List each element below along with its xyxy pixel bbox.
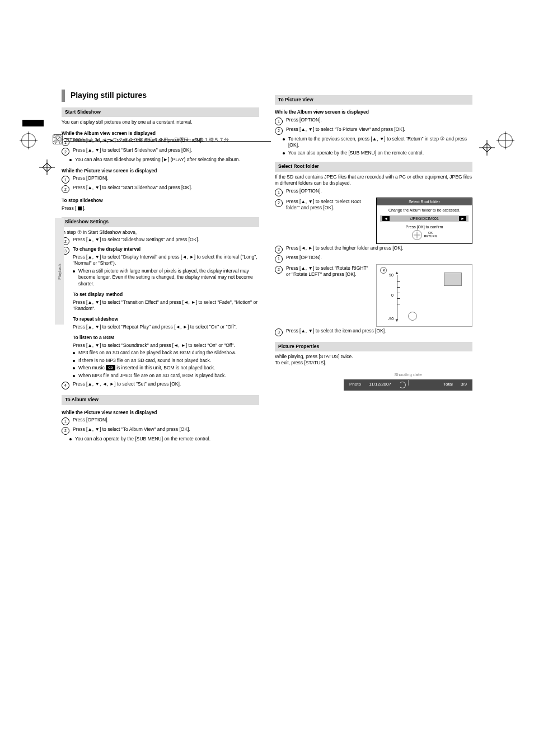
audio-bullet-4: When MP3 file and JPEG file are on an SD…: [73, 373, 259, 379]
step-text: Press [OPTION].: [73, 417, 259, 425]
step-text: Press [▲, ▼] to select "Rotate RIGHT" or…: [286, 265, 371, 278]
step-number-icon: 1: [62, 176, 69, 184]
chevron-left-icon: ◄: [382, 216, 390, 221]
side-tab-label: Playback: [58, 264, 62, 279]
audio-bullet-2: If there is no MP3 file on an SD card, s…: [73, 358, 259, 364]
strip-photo-label: Photo: [349, 382, 361, 388]
step-number-icon: 2: [275, 266, 283, 274]
scale-tick-icon: [397, 298, 400, 299]
step-number-icon: 1: [62, 138, 69, 146]
settings-step-4: 4 Press [▲, ▼, ◄, ►] to select "Set" and…: [62, 381, 259, 389]
topicture-lead: While the Album view screen is displayed: [275, 109, 472, 115]
step-number-icon: 1: [62, 417, 69, 425]
bullet-icon: [73, 352, 75, 354]
toalbum-bullet: You can also operate by the [SUB MENU] o…: [69, 436, 259, 442]
rotate-status-icon: [399, 382, 406, 388]
title-bar-icon: [62, 90, 65, 102]
rotate-step-3: 3 Press [▲, ▼] to select the item and pr…: [275, 328, 472, 336]
step-text: Press [▲, ▼] to select "To Picture View"…: [286, 126, 472, 135]
rotate-step-1: 1 Press [OPTION].: [275, 255, 472, 263]
rotate-figure: ⊘ 90 0 -90: [376, 264, 472, 327]
settings-step-3: 3 To change the display interval Press […: [62, 246, 259, 380]
dialog-confirm: Press [OK] to confirm OK RETURN: [377, 223, 472, 243]
toalbum-lead: While the Picture view screen is display…: [62, 410, 259, 416]
dialog-path-row: ◄ \JPEG\DCIM001 ►: [380, 215, 469, 222]
select-root-dialog: Select Root folder Change the Album fold…: [376, 198, 472, 244]
topicture-bullet-2: You can also operate by the [SUB MENU] o…: [283, 150, 472, 156]
interval-bullet: When a still picture with large number o…: [73, 268, 259, 287]
bullet-text: To return to the previous screen, press …: [288, 136, 472, 149]
bullet-icon: [73, 375, 75, 377]
step-text: Press [▲, ▼, ◄, ►] to select "Set" and p…: [73, 381, 259, 389]
step-number-icon: 2: [62, 185, 69, 193]
step-text: Press [OPTION].: [286, 255, 472, 263]
settings-step-2: 2 Press [▲, ▼] to select "Slideshow Sett…: [62, 237, 259, 245]
bullet-text: If there is no MP3 file on an SD card, s…: [78, 358, 259, 364]
crop-mark-icon: [39, 159, 55, 175]
shooting-date-label: Shooting date: [344, 372, 472, 378]
right-column: To Picture View While the Album view scr…: [275, 90, 472, 444]
section-slideshow-settings: Slideshow Settings: [62, 217, 259, 227]
page-title-text: Playing still pictures: [71, 91, 147, 100]
section-to-picture: To Picture View: [275, 95, 472, 105]
rotate-step-2: 2 Press [▲, ▼] to select "Rotate RIGHT" …: [275, 265, 371, 278]
step-text: Press [OPTION].: [73, 175, 259, 184]
section-picture-properties: Picture Properties: [275, 342, 472, 351]
step-number-icon: 1: [275, 189, 283, 196]
registration-mark-icon: [21, 133, 36, 148]
step-number-icon: 1: [275, 118, 283, 125]
strip-total-label: Total: [443, 382, 453, 388]
transition-text: Press [▲, ▼] to select "Transition Effec…: [73, 299, 259, 312]
audio-heading: To listen to a BGM: [73, 335, 259, 341]
section-select-root: Select Root folder: [275, 162, 472, 171]
selroot-step-2: 2 Press [▲, ▼] to select "Select Root fo…: [275, 199, 371, 212]
interval-heading: To change the display interval: [73, 246, 259, 252]
bullet-icon: [73, 367, 75, 369]
bullet-text: You can also operate by the [SUB MENU] o…: [75, 436, 259, 442]
dialog-title: Select Root folder: [377, 198, 472, 205]
scale-label: 0: [391, 293, 394, 298]
step-number-icon: 2: [62, 148, 69, 156]
chevron-right-icon: ►: [459, 216, 466, 221]
rotate-icon: [408, 312, 417, 321]
bullet-text: You can also start slideshow by pressing…: [75, 157, 259, 163]
step-text: Press [▲, ▼] to select "To Album View" a…: [73, 426, 259, 435]
audio-bullet-1: MP3 files on an SD card can be played ba…: [73, 350, 259, 356]
repeat-text: Press [▲, ▼] to select "Repeat Play" and…: [73, 324, 259, 330]
scale-tick-icon: [397, 304, 400, 304]
topicture-step-2: 2 Press [▲, ▼] to select "To Picture Vie…: [275, 126, 472, 135]
props-exit: To exit, press [STATUS].: [275, 360, 472, 366]
no-entry-icon: ⊘: [380, 267, 387, 274]
bullet-icon: [69, 438, 72, 440]
strip-count: 3/9: [461, 382, 467, 388]
left-column: Playing still pictures Start Slideshow Y…: [62, 90, 259, 444]
stop-icon: [78, 206, 82, 210]
props-lead: While playing, press [STATUS] twice.: [275, 354, 472, 360]
select-root-desc: If the SD card contains JPEG files that …: [275, 174, 472, 187]
scale-label: 90: [389, 273, 394, 278]
side-tab: Playback: [55, 218, 64, 325]
subhead-album: While the Album view screen is displayed: [62, 130, 259, 137]
start-step-1: 1 Press [▲, ▼, ◄, ►] to select the album…: [62, 138, 259, 146]
topicture-step-1: 1 Press [OPTION].: [275, 117, 472, 125]
topicture-bullet-1: To return to the previous screen, press …: [283, 136, 472, 149]
step-text: Press [▲, ▼] to select the item and pres…: [286, 328, 472, 336]
step-text: Press [◄, ►] to select the higher folder…: [286, 245, 472, 253]
start-bullet: You can also start slideshow by pressing…: [69, 157, 259, 163]
settings-intro: In step ② in Start Slideshow above,: [62, 229, 259, 236]
step-text: Press [▲, ▼, ◄, ►] to select the album a…: [73, 138, 259, 146]
interval-text: Press [▲, ▼] to select "Display Interval…: [73, 254, 259, 267]
dpad-icon: [412, 230, 422, 240]
section-to-album: To Album View: [62, 395, 259, 405]
dialog-subtitle: Change the Album folder to be accessed.: [377, 205, 472, 214]
step-text: Press [OPTION].: [286, 188, 472, 196]
bullet-text: You can also operate by the [SUB MENU] o…: [288, 150, 472, 156]
bullet-icon: [283, 138, 285, 140]
subhead-picture: While the Picture view screen is display…: [62, 168, 259, 174]
scale-tick-icon: [397, 281, 400, 282]
picture-step-1: 1 Press [OPTION].: [62, 175, 259, 184]
bullet-icon: [73, 360, 75, 362]
stop-text: Press [ ].: [62, 205, 259, 212]
bullet-icon: [73, 270, 75, 273]
step-number-icon: 3: [275, 328, 283, 336]
